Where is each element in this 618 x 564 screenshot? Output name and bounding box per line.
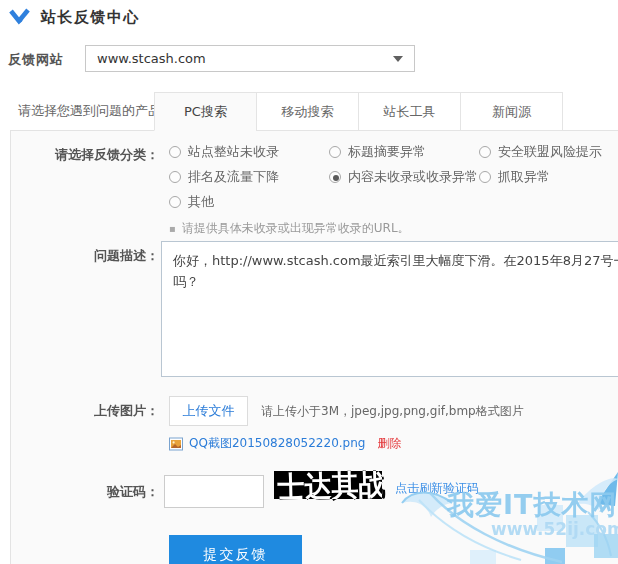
radio-icon <box>169 171 181 183</box>
description-textarea[interactable]: 你好，http://www.stcash.com最近索引里大幅度下滑。在2015… <box>161 241 618 377</box>
radio-icon <box>329 146 341 158</box>
tab-pc-search[interactable]: PC搜索 <box>154 92 257 131</box>
radio-ranking-drop[interactable]: 排名及流量下降 <box>169 168 329 186</box>
radio-security-risk[interactable]: 安全联盟风险提示 <box>479 143 618 161</box>
description-label: 问题描述： <box>11 247 159 265</box>
radio-icon <box>479 171 491 183</box>
captcha-label: 验证码： <box>11 483 159 501</box>
upload-label: 上传图片： <box>11 402 159 420</box>
captcha-text: 士达其战 <box>277 465 388 507</box>
form-panel: 请选择反馈分类： 站点整站未收录 标题摘要异常 安全联盟风险提示 排名及流量下降… <box>10 130 618 564</box>
site-label: 反馈网站 <box>8 51 64 69</box>
upload-file-button[interactable]: 上传文件 <box>169 396 248 426</box>
radio-icon <box>329 171 341 183</box>
image-file-icon <box>169 437 183 451</box>
uploaded-file-name[interactable]: QQ截图20150828052220.png <box>189 435 365 452</box>
delete-file-link[interactable]: 删除 <box>377 435 401 452</box>
radio-other[interactable]: 其他 <box>169 193 329 211</box>
radio-icon <box>479 146 491 158</box>
tab-mobile-search[interactable]: 移动搜索 <box>256 92 359 131</box>
radio-icon <box>169 196 181 208</box>
url-note: 请提供具体未收录或出现异常收录的URL。 <box>169 220 410 237</box>
radio-site-not-indexed[interactable]: 站点整站未收录 <box>169 143 329 161</box>
product-label: 请选择您遇到问题的产品： <box>18 92 174 130</box>
radio-crawl-abnormal[interactable]: 抓取异常 <box>479 168 618 186</box>
radio-title-abnormal[interactable]: 标题摘要异常 <box>329 143 479 161</box>
radio-icon <box>169 146 181 158</box>
page-header: 站长反馈中心 <box>8 6 140 28</box>
page-title: 站长反馈中心 <box>41 8 140 27</box>
radio-content-not-indexed[interactable]: 内容未收录或收录异常 <box>329 168 479 186</box>
chevron-down-icon <box>393 56 403 62</box>
captcha-input[interactable] <box>164 475 264 508</box>
feedback-page: 站长反馈中心 反馈网站 www.stcash.com 请选择您遇到问题的产品： … <box>0 0 618 564</box>
uploaded-file-row: QQ截图20150828052220.png 删除 <box>169 435 401 452</box>
category-label: 请选择反馈分类： <box>11 146 159 164</box>
upload-hint: 请上传小于3M，jpeg,jpg,png,gif,bmp格式图片 <box>261 403 524 420</box>
tab-webmaster-tools[interactable]: 站长工具 <box>358 92 461 131</box>
category-options: 站点整站未收录 标题摘要异常 安全联盟风险提示 排名及流量下降 内容未收录或收录… <box>169 139 618 214</box>
site-select[interactable]: www.stcash.com <box>85 45 415 72</box>
refresh-captcha-link[interactable]: 点击刷新验证码 <box>395 480 479 497</box>
brand-v-icon <box>8 8 32 26</box>
submit-feedback-button[interactable]: 提交反馈 <box>169 535 302 564</box>
product-tabs: PC搜索 移动搜索 站长工具 新闻源 <box>155 92 563 131</box>
site-select-value: www.stcash.com <box>97 51 206 66</box>
tab-news-source[interactable]: 新闻源 <box>460 92 563 131</box>
